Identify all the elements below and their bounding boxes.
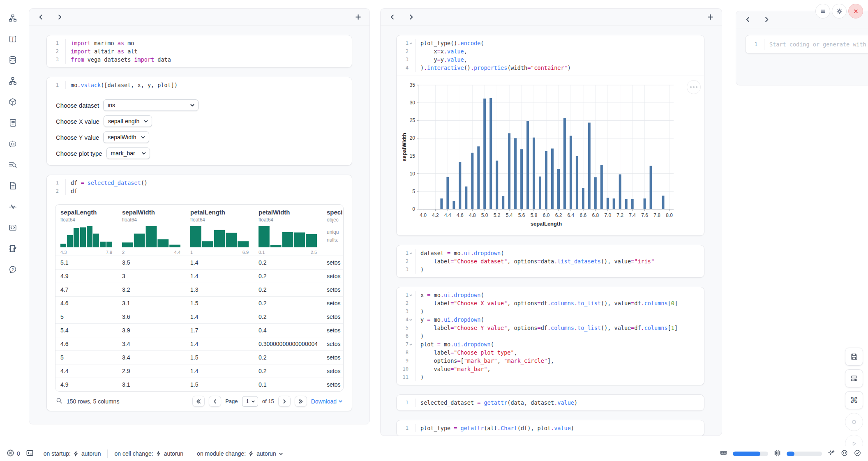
code-placeholder[interactable]: Start coding or generate with AI — [764, 39, 868, 50]
documentation-icon[interactable] — [5, 178, 20, 193]
code-line[interactable]: 1x = mo.ui.dropdown( — [397, 291, 704, 299]
table-row[interactable]: 4.93.11.50.1setos — [55, 378, 343, 391]
chart-actions-icon[interactable] — [687, 80, 701, 94]
code-line[interactable]: 3 y=y.value, — [397, 55, 704, 64]
dependencies-icon[interactable] — [5, 74, 20, 88]
code-line[interactable]: 2df — [47, 187, 352, 195]
ai-chat-icon[interactable] — [5, 136, 20, 151]
cell-selected-dataset[interactable]: 1selected_dataset = getattr(data, datase… — [396, 394, 704, 411]
cell-dataframe[interactable]: 1df = selected_dataset()2df sepalLengthf… — [46, 175, 352, 411]
table-search-icon[interactable] — [56, 397, 62, 406]
table-row[interactable]: 4.931.40.2setos — [55, 269, 343, 283]
column-next-icon[interactable] — [407, 13, 415, 21]
stop-icon[interactable] — [845, 413, 863, 431]
column-prev-icon[interactable] — [743, 16, 752, 24]
code-line[interactable]: 8 label="Choose plot type", — [397, 348, 704, 357]
table-row[interactable]: 5.13.51.40.2setos — [55, 256, 343, 269]
runtime-mode-2[interactable]: on module change:autorun — [197, 450, 283, 457]
cell-dataset-dropdown[interactable]: 1dataset = mo.ui.dropdown(2 label="Choos… — [396, 245, 704, 278]
download-button[interactable]: Download — [311, 398, 343, 405]
dropdown-select-0[interactable]: iris — [103, 99, 199, 111]
datasources-icon[interactable] — [5, 53, 20, 67]
add-cell-icon[interactable] — [706, 13, 714, 21]
column-next-icon[interactable] — [762, 16, 771, 24]
cell-xyplot-dropdowns[interactable]: 1x = mo.ui.dropdown(2 label="Choose X va… — [396, 287, 704, 385]
code-line[interactable]: 7plot = mo.ui.dropdown( — [397, 340, 704, 348]
errors-icon[interactable] — [7, 449, 14, 459]
cell-new-empty[interactable]: 1 Start coding or generate with AI — [745, 35, 868, 54]
cell-imports[interactable]: 1import marimo as mo2import altair as al… — [46, 35, 352, 68]
prev-page-button[interactable] — [209, 396, 221, 407]
table-row[interactable]: 4.73.21.30.2setos — [55, 283, 343, 296]
tracing-icon[interactable] — [5, 199, 20, 214]
code-line[interactable]: 9 options=["mark_bar", "mark_circle"], — [397, 357, 704, 365]
snippets-icon[interactable] — [5, 220, 20, 235]
column-header[interactable]: petalLengthfloat64 — [185, 205, 254, 223]
help-icon[interactable]: ? — [5, 262, 20, 277]
code-line[interactable]: 2 x=x.value, — [397, 47, 704, 55]
code-line[interactable]: 6) — [397, 332, 704, 340]
cell-plot-type[interactable]: 1plot_type = getattr(alt.Chart(df), plot… — [396, 420, 704, 436]
copilot-icon[interactable] — [840, 449, 848, 459]
column-header[interactable]: sepalLengthfloat64 — [55, 205, 117, 223]
column-prev-icon[interactable] — [37, 13, 45, 21]
variables-icon[interactable]: ƒ — [5, 32, 20, 46]
file-explorer-icon[interactable] — [5, 11, 20, 25]
column-prev-icon[interactable] — [388, 13, 396, 21]
runtime-mode-1[interactable]: on cell change:autorun — [114, 450, 183, 457]
code-line[interactable]: 3) — [397, 307, 704, 316]
column-header[interactable]: petalWidthfloat64 — [254, 205, 322, 223]
layout-panels-icon[interactable] — [845, 369, 863, 387]
table-row[interactable]: 53.61.40.2setos — [55, 310, 343, 323]
code-line[interactable]: 1dataset = mo.ui.dropdown( — [397, 249, 704, 257]
column-header[interactable]: speciobjec — [322, 205, 344, 223]
code-line[interactable]: 5 label="Choose Y value", options=df.col… — [397, 324, 704, 332]
search-logs-icon[interactable] — [5, 157, 20, 172]
code-line[interactable]: 4y = mo.ui.dropdown( — [397, 316, 704, 324]
altair-bar-chart[interactable]: 4.04.24.44.64.85.05.25.45.65.86.06.26.46… — [401, 80, 702, 230]
menu-icon[interactable] — [815, 4, 830, 18]
code-line[interactable]: 1mo.vstack([dataset, x, y, plot]) — [47, 81, 352, 89]
add-cell-icon[interactable] — [354, 13, 362, 21]
code-line[interactable]: 10 value="mark_bar", — [397, 365, 704, 373]
table-row[interactable]: 5.43.91.70.4setos — [55, 323, 343, 337]
code-line[interactable]: 3) — [397, 265, 704, 274]
packages-icon[interactable] — [5, 95, 20, 109]
code-line[interactable]: 2 label="Choose dataset", options=data.l… — [397, 257, 704, 265]
code-line[interactable]: 11) — [397, 373, 704, 381]
page-select[interactable]: 1 — [242, 396, 258, 407]
save-icon[interactable] — [845, 348, 863, 366]
code-line[interactable]: 4).interactive().properties(width="conta… — [397, 64, 704, 72]
code-line[interactable]: 2import altair as alt — [47, 47, 352, 55]
column-next-icon[interactable] — [55, 13, 64, 21]
command-palette-icon[interactable]: ⌘ — [845, 391, 863, 409]
code-line[interactable]: 3from vega_datasets import data — [47, 55, 352, 64]
code-line[interactable]: 1df = selected_dataset() — [47, 179, 352, 187]
table-row[interactable]: 4.63.41.40.30000000000000004setos — [55, 337, 343, 350]
table-row[interactable]: 4.42.91.40.2setos — [55, 364, 343, 378]
code-line[interactable]: 1import marimo as mo — [47, 39, 352, 47]
dropdown-select-1[interactable]: sepalLength — [104, 115, 152, 127]
cell-vstack[interactable]: 1mo.vstack([dataset, x, y, plot]) Choose… — [46, 77, 352, 166]
dropdown-select-2[interactable]: sepalWidth — [103, 131, 149, 143]
cell-plot[interactable]: 1plot_type().encode(2 x=x.value,3 y=y.va… — [396, 35, 704, 236]
code-line[interactable]: 1plot_type().encode( — [397, 39, 704, 47]
code-line[interactable]: 1plot_type = getattr(alt.Chart(df), plot… — [397, 424, 704, 432]
shutdown-close-icon[interactable] — [848, 4, 863, 18]
terminal-icon[interactable] — [26, 449, 34, 459]
runtime-mode-0[interactable]: on startup:autorun — [44, 450, 101, 457]
scratchpad-icon[interactable] — [5, 241, 20, 256]
table-row[interactable]: 53.41.50.2setos — [55, 350, 343, 364]
connection-status-icon[interactable] — [854, 449, 861, 459]
logs-icon[interactable] — [5, 115, 20, 130]
generate-link[interactable]: generate — [823, 41, 850, 48]
dropdown-select-3[interactable]: mark_bar — [106, 148, 150, 159]
first-page-button[interactable] — [192, 396, 205, 407]
code-line[interactable]: 2 label="Choose X value", options=df.col… — [397, 299, 704, 307]
last-page-button[interactable] — [295, 396, 307, 407]
ai-sparkles-icon[interactable] — [827, 449, 835, 459]
table-row[interactable]: 4.63.11.50.2setos — [55, 296, 343, 310]
settings-gear-icon[interactable] — [832, 4, 847, 18]
next-page-button[interactable] — [278, 396, 291, 407]
column-header[interactable]: sepalWidthfloat64 — [117, 205, 185, 223]
